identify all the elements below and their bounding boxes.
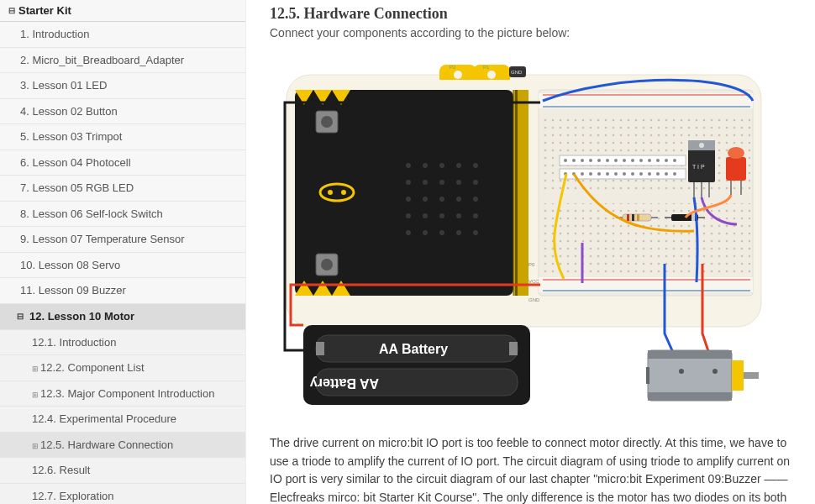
svg-text:P1: P1 (483, 65, 490, 70)
svg-point-37 (321, 259, 333, 270)
sidebar-nav: ⊟ Starter Kit 1. Introduction2. Micro_bi… (0, 0, 246, 504)
svg-point-91 (728, 147, 744, 159)
sidebar-subitem[interactable]: ⊞12.3. Major Component Introduction (0, 381, 245, 407)
svg-point-68 (665, 159, 668, 162)
sidebar-item[interactable]: 2. Micro_bit_Breadboard_Adapter (0, 48, 245, 74)
battery-label-2: AA Battery (310, 376, 379, 391)
sidebar-item-label: 9. Lesson 07 Temperature Sensor (20, 233, 185, 245)
collapse-icon: ⊟ (17, 311, 27, 323)
section-heading: 12.5. Hardware Connection (270, 5, 798, 23)
svg-point-9 (406, 163, 411, 168)
svg-text:P2: P2 (450, 65, 456, 70)
svg-point-13 (473, 163, 478, 168)
sidebar-subitem[interactable]: ⊞12.2. Component List (0, 355, 245, 381)
sidebar-item[interactable]: 10. Lesson 08 Servo (0, 253, 245, 279)
svg-point-57 (572, 159, 576, 162)
svg-point-25 (423, 213, 428, 218)
svg-text:VCC: VCC (528, 279, 539, 284)
sidebar-subitem[interactable]: 12.6. Result (0, 458, 245, 484)
svg-point-14 (406, 180, 411, 185)
svg-point-29 (406, 230, 411, 235)
svg-point-115 (679, 369, 684, 374)
sidebar-item[interactable]: 1. Introduction (0, 22, 245, 48)
sidebar-subitem[interactable]: 12.7. Exploration (0, 484, 245, 504)
svg-point-75 (606, 172, 609, 176)
svg-point-63 (623, 159, 626, 162)
svg-point-56 (564, 159, 567, 162)
svg-rect-101 (637, 214, 639, 221)
svg-point-11 (439, 163, 444, 168)
svg-point-77 (623, 172, 626, 176)
sidebar-item[interactable]: 6. Lesson 04 Photocell (0, 150, 245, 176)
svg-point-40 (341, 190, 346, 195)
svg-rect-90 (726, 157, 746, 181)
svg-point-76 (614, 172, 618, 176)
collapse-icon: ⊟ (7, 6, 17, 15)
sidebar-item[interactable]: 11. Lesson 09 Buzzer (0, 278, 245, 304)
svg-point-67 (656, 159, 660, 162)
svg-point-12 (456, 163, 461, 168)
svg-point-116 (712, 369, 718, 374)
svg-rect-43 (515, 90, 518, 296)
svg-point-60 (597, 159, 601, 162)
sidebar-item[interactable]: 5. Lesson 03 Trimpot (0, 124, 245, 150)
svg-point-86 (699, 143, 704, 148)
svg-point-26 (439, 213, 444, 218)
svg-text:GND: GND (528, 297, 540, 302)
wiring-diagram: P2 P1 GND (270, 50, 798, 426)
svg-point-19 (406, 197, 411, 202)
sidebar-item-label: 7. Lesson 05 RGB LED (20, 181, 134, 194)
sidebar-item[interactable]: 7. Lesson 05 RGB LED (0, 176, 245, 202)
svg-point-66 (648, 159, 651, 162)
svg-point-33 (473, 230, 478, 235)
svg-point-1 (454, 71, 462, 79)
sidebar-item-label: 5. Lesson 03 Trimpot (20, 130, 122, 143)
sidebar-subitem-label: 12.1. Introduction (32, 336, 116, 349)
svg-point-62 (614, 159, 618, 162)
sidebar-item[interactable]: 8. Lesson 06 Self-lock Switch (0, 202, 245, 228)
svg-point-69 (673, 159, 676, 162)
svg-point-10 (423, 163, 428, 168)
section-subheading: Connect your components according to the… (270, 26, 798, 39)
svg-rect-114 (744, 372, 759, 379)
sidebar-title-text: Starter Kit (18, 4, 71, 17)
svg-point-65 (639, 159, 643, 162)
sidebar-item[interactable]: 4. Lesson 02 Button (0, 99, 245, 125)
sidebar-subitem[interactable]: 12.1. Introduction (0, 330, 245, 356)
expand-icon: ⊞ (32, 365, 39, 373)
sidebar-item-label: 6. Lesson 04 Photocell (20, 156, 131, 169)
svg-point-72 (581, 172, 584, 176)
svg-point-21 (439, 197, 444, 202)
sidebar-item[interactable]: ⊟12. Lesson 10 Motor (0, 304, 245, 330)
svg-point-30 (423, 230, 428, 235)
sidebar-subitem[interactable]: ⊞12.5. Hardware Connection (0, 433, 245, 459)
svg-point-27 (456, 213, 461, 218)
sidebar-subitem-label: 12.2. Component List (40, 361, 145, 374)
sidebar-item-label: 4. Lesson 02 Button (20, 105, 118, 118)
sidebar-subitem-label: 12.3. Major Component Introduction (40, 387, 214, 400)
svg-point-59 (589, 159, 592, 162)
svg-rect-112 (646, 367, 649, 384)
sidebar-title[interactable]: ⊟ Starter Kit (0, 0, 245, 22)
svg-point-81 (656, 172, 660, 176)
svg-point-61 (606, 159, 609, 162)
svg-point-64 (631, 159, 634, 162)
svg-rect-110 (648, 350, 732, 359)
sidebar-item[interactable]: 3. Lesson 01 LED (0, 73, 245, 99)
svg-point-17 (456, 180, 461, 185)
svg-point-2 (487, 71, 496, 79)
sidebar-subitem[interactable]: 12.4. Experimental Procedure (0, 407, 245, 433)
sidebar-subitem-label: 12.5. Hardware Connection (40, 438, 173, 451)
sidebar-item[interactable]: 9. Lesson 07 Temperature Sensor (0, 227, 245, 253)
expand-icon: ⊞ (32, 442, 39, 450)
svg-point-24 (406, 213, 411, 218)
svg-point-74 (597, 172, 601, 176)
svg-rect-45 (539, 93, 753, 108)
main-content: 12.5. Hardware Connection Connect your c… (246, 0, 815, 504)
sidebar-item-label: 11. Lesson 09 Buzzer (20, 284, 126, 297)
sidebar-item-label: 2. Micro_bit_Breadboard_Adapter (20, 54, 184, 66)
svg-point-39 (328, 190, 333, 195)
svg-point-16 (439, 180, 444, 185)
svg-point-80 (648, 172, 651, 176)
svg-point-23 (473, 197, 478, 202)
